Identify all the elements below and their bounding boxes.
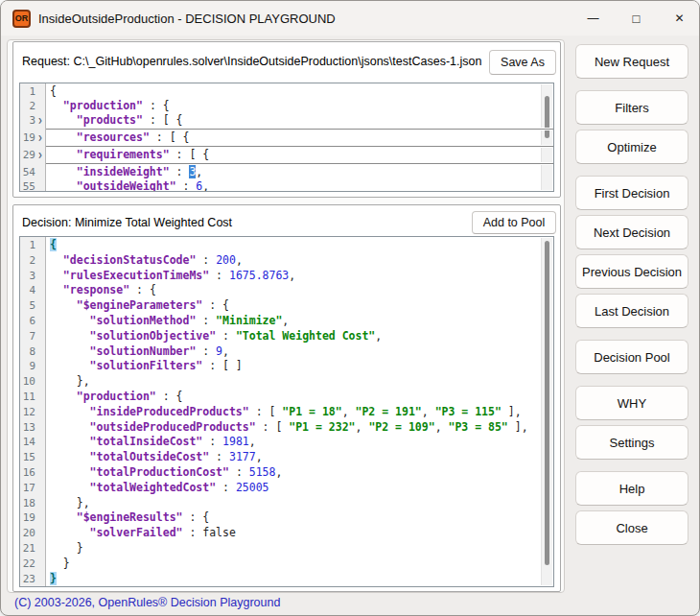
scrollbar-thumb[interactable] — [545, 241, 549, 565]
decision-json-editor[interactable]: 1{2 "decisionStatusCode" : 200,3 "rulesE… — [19, 236, 554, 587]
code-line: 8 "solutionNumber" : 9, — [20, 344, 553, 360]
collapsed-fold-line — [20, 128, 553, 130]
code-line: 3❯ "products" : [ { — [20, 113, 553, 128]
code-text: "production" : { — [45, 99, 553, 113]
code-text: "solutionNumber" : 9, — [45, 344, 553, 360]
code-line: 11 "production" : { — [20, 390, 553, 405]
code-line: 10 }, — [20, 374, 553, 390]
gutter-separator — [45, 83, 46, 191]
code-line: 16 "totalProductionCost" : 5158, — [20, 465, 553, 481]
decision-pool-button[interactable]: Decision Pool — [575, 340, 688, 374]
request-editor-scrollbar[interactable] — [541, 84, 552, 190]
fold-gutter-space — [35, 435, 45, 450]
fold-gutter-space — [35, 405, 45, 420]
fold-gutter-space — [35, 496, 45, 511]
line-number: 5 — [20, 298, 35, 314]
fold-gutter-space — [35, 99, 45, 113]
collapsed-fold-line — [20, 145, 553, 148]
first-decision-button[interactable]: First Decision — [575, 176, 688, 210]
code-text: "totalOutsideCost" : 3177, — [45, 450, 553, 465]
line-number: 16 — [20, 465, 35, 481]
fold-arrow-icon[interactable]: ❯ — [35, 113, 45, 128]
code-text: "decisionStatusCode" : 200, — [45, 253, 553, 269]
code-line: 1{ — [20, 238, 553, 253]
fold-arrow-icon[interactable]: ❯ — [35, 130, 45, 145]
code-text: "outsideProducedProducts" : [ "P1 = 232"… — [45, 420, 553, 436]
why-button[interactable]: WHY — [575, 386, 688, 420]
close-button[interactable]: Close — [575, 510, 688, 545]
button-group: New Request — [575, 44, 688, 79]
code-line: 17 "totalWeightedCost" : 25005 — [20, 481, 553, 496]
code-text: } — [45, 557, 553, 572]
code-text: "totalWeightedCost" : 25005 — [45, 481, 553, 496]
line-number: 17 — [20, 481, 35, 496]
help-button[interactable]: Help — [575, 471, 688, 506]
settings-button[interactable]: Settings — [575, 425, 688, 460]
decision-editor-scrollbar[interactable] — [541, 238, 552, 585]
code-line: 6 "solutionMethod" : "Minimize", — [20, 314, 553, 329]
fold-gutter-space — [35, 298, 45, 314]
filters-button[interactable]: Filters — [575, 90, 688, 125]
code-text: "products" : [ { — [45, 113, 553, 128]
code-text: "totalInsideCost" : 1981, — [45, 435, 553, 450]
fold-gutter-space — [35, 344, 45, 360]
code-line: 21 } — [20, 541, 553, 557]
collapsed-fold-line — [20, 162, 553, 165]
code-line: 7 "solutionObjective" : "Total Weighted … — [20, 329, 553, 344]
fold-gutter-space — [35, 481, 45, 496]
code-text: { — [45, 238, 553, 253]
code-line: 23} — [20, 572, 553, 587]
line-number: 21 — [20, 541, 35, 557]
fold-gutter-space — [35, 84, 45, 99]
scrollbar-thumb[interactable] — [545, 96, 549, 138]
request-json-editor[interactable]: 1{2 "production" : {3❯ "products" : [ {1… — [19, 83, 554, 192]
window-title: InsideOutsideProduction - DECISION PLAYG… — [38, 12, 336, 26]
new-request-button[interactable]: New Request — [575, 44, 688, 79]
line-number: 3 — [20, 113, 35, 128]
fold-gutter-space — [35, 253, 45, 269]
code-text: { — [45, 84, 553, 99]
footer-copyright: (C) 2003-2026, OpenRules® Decision Playg… — [14, 596, 280, 609]
action-button-sidebar: New RequestFiltersOptimizeFirst Decision… — [569, 36, 695, 557]
line-number: 19 — [20, 510, 35, 526]
fold-arrow-icon[interactable]: ❯ — [35, 148, 45, 162]
code-text: "rulesExecutionTimeMs" : 1675.8763, — [45, 269, 553, 284]
code-line: 2 "production" : { — [20, 99, 553, 113]
fold-gutter-space — [35, 314, 45, 329]
code-line: 18 }, — [20, 496, 553, 511]
code-text: }, — [45, 496, 553, 511]
previous-decision-button[interactable]: Previous Decision — [575, 254, 688, 289]
decision-panel: Decision: Minimize Total Weighted Cost A… — [12, 204, 561, 592]
last-decision-button[interactable]: Last Decision — [575, 294, 688, 328]
add-to-pool-button[interactable]: Add to Pool — [472, 211, 556, 234]
app-window: OR InsideOutsideProduction - DECISION PL… — [0, 0, 700, 616]
close-window-button[interactable]: ✕ — [658, 1, 700, 36]
code-line: 54 "insideWeight" : 3, — [20, 165, 553, 179]
line-number: 11 — [20, 390, 35, 405]
maximize-button[interactable]: □ — [615, 1, 658, 36]
minimize-button[interactable]: — — [572, 1, 615, 36]
fold-gutter-space — [35, 390, 45, 405]
request-panel: Request: C:\_GitHub\openrules.solver\Ins… — [12, 41, 561, 198]
line-number: 8 — [20, 344, 35, 360]
code-line: 19 "$engineResults" : { — [20, 510, 553, 526]
fold-gutter-space — [35, 450, 45, 465]
code-text: "totalProductionCost" : 5158, — [45, 465, 553, 481]
code-text: } — [45, 572, 553, 587]
window-controls: — □ ✕ — [572, 1, 700, 36]
fold-gutter-space — [35, 541, 45, 557]
code-text: "insideProducedProducts" : [ "P1 = 18", … — [45, 405, 553, 420]
code-line: 4 "response" : { — [20, 283, 553, 298]
line-number: 12 — [20, 405, 35, 420]
request-path-label: Request: C:\_GitHub\openrules.solver\Ins… — [22, 55, 481, 68]
code-text: "outsideWeight" : 6, — [45, 179, 553, 192]
line-number: 1 — [20, 84, 35, 99]
save-as-button[interactable]: Save As — [489, 50, 556, 75]
fold-gutter-space — [35, 420, 45, 436]
line-number: 9 — [20, 359, 35, 374]
next-decision-button[interactable]: Next Decision — [575, 215, 688, 249]
code-text: "production" : { — [45, 390, 553, 405]
optimize-button[interactable]: Optimize — [575, 130, 688, 164]
code-text: "$engineParameters" : { — [45, 298, 553, 314]
line-number: 54 — [20, 165, 35, 179]
